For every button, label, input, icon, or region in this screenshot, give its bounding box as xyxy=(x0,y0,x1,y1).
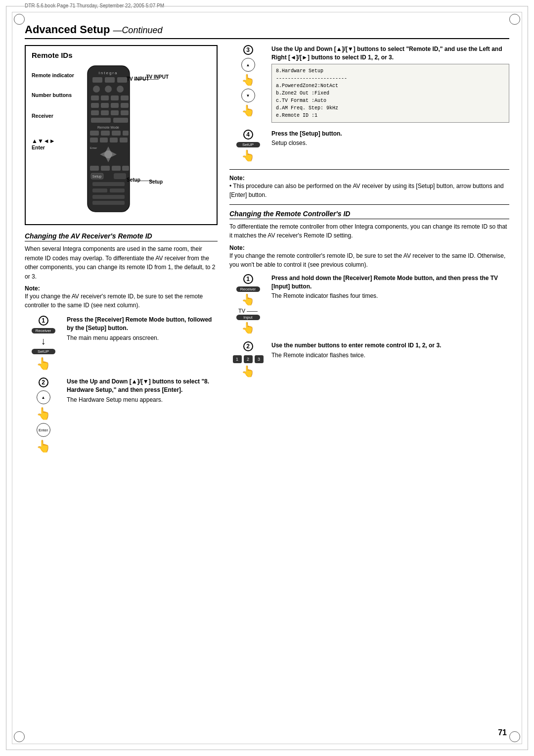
corner-mark-br xyxy=(509,731,520,742)
rc-step-1-img: 1 Receiver 👆 TV —— Input 👆 xyxy=(229,274,267,334)
svg-rect-28 xyxy=(100,138,108,142)
svg-text:Remote Mode: Remote Mode xyxy=(97,126,119,129)
svg-rect-46 xyxy=(110,189,125,192)
left-step-2-img: 2 ▲ 👆 Enter 👆 xyxy=(25,378,62,453)
rc-step-2-badge: 2 xyxy=(243,341,253,351)
remote-indicator-label: Remote indicator xyxy=(32,72,76,78)
svg-rect-24 xyxy=(101,131,110,136)
step-1-badge: 1 xyxy=(39,316,48,326)
rc-step-2-img: 2 1 2 3 👆 xyxy=(229,341,267,378)
num-btn-1: 1 xyxy=(233,355,242,363)
screen-line-0: a.PoweredZone2:NotAct xyxy=(276,82,505,90)
remote-labels-col: Remote indicator Number buttons Receiver… xyxy=(32,63,76,150)
right-column: 3 ▲ 👆 ▼ 👆 Use the Up and Down [▲]/[▼] bu… xyxy=(229,45,509,460)
svg-rect-2 xyxy=(92,77,102,83)
svg-text:Setup: Setup xyxy=(92,175,101,179)
svg-rect-26 xyxy=(123,131,129,136)
finger-icon-1: 👆 xyxy=(36,357,51,371)
screen-line-4: e.Remote ID :1 xyxy=(276,112,505,119)
svg-rect-40 xyxy=(122,166,129,171)
svg-rect-37 xyxy=(90,166,99,171)
left-step-1-heading: Press the [Receiver] Remote Mode button,… xyxy=(67,316,218,332)
right-note: Note: • This procedure can also be perfo… xyxy=(229,175,509,199)
page-subtitle: —Continued xyxy=(113,25,162,36)
right-step-3-content: Use the Up and Down [▲]/[▼] buttons to s… xyxy=(271,45,509,123)
svg-rect-14 xyxy=(111,103,119,108)
svg-point-6 xyxy=(105,86,112,93)
page-number: 71 xyxy=(498,728,507,737)
svg-rect-11 xyxy=(121,95,129,100)
remote-ids-title: Remote IDs xyxy=(32,51,211,59)
num-btn-2: 2 xyxy=(244,355,253,363)
finger-3a: 👆 xyxy=(241,74,255,87)
rc-step-1-content: Press and hold down the [Receiver] Remot… xyxy=(271,274,509,301)
svg-rect-17 xyxy=(101,110,109,115)
finger-rc2: 👆 xyxy=(233,365,264,378)
step-2-badge: 2 xyxy=(39,378,48,387)
hardware-setup-screen: 8.Hardware Setup -----------------------… xyxy=(271,64,509,123)
number-buttons-label: Number buttons xyxy=(32,92,76,98)
screen-divider: ------------------------ xyxy=(276,75,505,82)
svg-rect-9 xyxy=(101,95,109,100)
page-title: Advanced Setup xyxy=(25,23,110,36)
tv-label-rc: TV —— xyxy=(236,308,260,314)
screen-line-3: d.AM Freq. Step: 9kHz xyxy=(276,104,505,112)
svg-rect-25 xyxy=(112,131,121,136)
left-step-2: 2 ▲ 👆 Enter 👆 Use the Up and Down [▲]/[▼… xyxy=(25,378,218,453)
svg-point-5 xyxy=(93,86,100,93)
rc-step-2-content: Use the number buttons to enter remote c… xyxy=(271,341,509,360)
rc-step-1-body: The Remote indicator flashes four times. xyxy=(271,292,509,300)
tv-input-label-text: TV INPUT xyxy=(127,76,149,82)
left-step-1-img: 1 Receiver ↓ SetUP 👆 xyxy=(25,316,62,371)
right-step-3-heading: Use the Up and Down [▲]/[▼] buttons to s… xyxy=(271,45,509,62)
svg-rect-13 xyxy=(101,103,109,108)
setup-label: Setup xyxy=(149,179,163,185)
rc-step-1-heading: Press and hold down the [Receiver] Remot… xyxy=(271,274,509,291)
screen-line-2: c.TV Format :Auto xyxy=(276,97,505,104)
receiver-btn-icon: Receiver xyxy=(32,328,55,333)
rc-step-1: 1 Receiver 👆 TV —— Input 👆 Press and hol… xyxy=(229,274,509,334)
svg-point-7 xyxy=(117,86,124,93)
svg-rect-45 xyxy=(92,189,107,192)
finger-3b: 👆 xyxy=(241,104,255,117)
rc-step-2-heading: Use the number buttons to enter remote c… xyxy=(271,341,509,350)
svg-text:Enter: Enter xyxy=(90,146,97,149)
screen-title: 8.Hardware Setup xyxy=(276,67,505,75)
remote-ids-box: Remote IDs Remote indicator Number butto… xyxy=(25,45,218,225)
rc-step-1-badge: 1 xyxy=(243,274,253,284)
right-step-4-img: 4 SetUP 👆 xyxy=(229,130,267,162)
svg-rect-19 xyxy=(121,110,129,115)
setup-btn-4: SetUP xyxy=(236,142,260,147)
right-step-4-body: Setup closes. xyxy=(271,139,509,147)
svg-point-36 xyxy=(104,150,112,158)
remote-graphic: Integra xyxy=(80,63,137,218)
svg-rect-47 xyxy=(92,195,125,199)
left-step-1-body: The main menu appears onscreen. xyxy=(67,334,218,342)
enter-up: ▲ xyxy=(241,58,255,72)
right-step-3: 3 ▲ 👆 ▼ 👆 Use the Up and Down [▲]/[▼] bu… xyxy=(229,45,509,123)
receiver-label: Receiver xyxy=(32,113,76,119)
enter-circle-bot: Enter xyxy=(37,423,50,437)
svg-rect-10 xyxy=(111,95,119,100)
left-column: Remote IDs Remote indicator Number butto… xyxy=(25,45,218,460)
svg-rect-27 xyxy=(90,138,98,142)
svg-rect-21 xyxy=(113,118,128,123)
right-step-4-heading: Press the [Setup] button. xyxy=(271,130,509,138)
remote-controller-note-text: If you change the remote controller's re… xyxy=(229,251,509,269)
av-receiver-body: When several Integra components are used… xyxy=(25,244,218,281)
corner-mark-tl xyxy=(14,14,25,25)
right-step-3-img: 3 ▲ 👆 ▼ 👆 xyxy=(229,45,267,117)
enter-down: ▼ xyxy=(241,89,255,102)
enter-circle-top: ▲ xyxy=(37,390,50,404)
svg-rect-39 xyxy=(112,166,121,171)
svg-rect-12 xyxy=(91,103,99,108)
av-receiver-note-text: If you change the AV receiver's remote I… xyxy=(25,292,218,310)
svg-rect-29 xyxy=(110,138,118,142)
nav-label: ▲▼◄► xyxy=(32,138,76,144)
left-step-1-content: Press the [Receiver] Remote Mode button,… xyxy=(67,316,218,342)
svg-rect-3 xyxy=(105,77,115,83)
input-btn-rc1: Input xyxy=(236,315,260,320)
right-note-text: • This procedure can also be performed o… xyxy=(229,182,509,199)
arrow-down-1: ↓ xyxy=(41,335,46,347)
svg-rect-18 xyxy=(111,110,119,115)
